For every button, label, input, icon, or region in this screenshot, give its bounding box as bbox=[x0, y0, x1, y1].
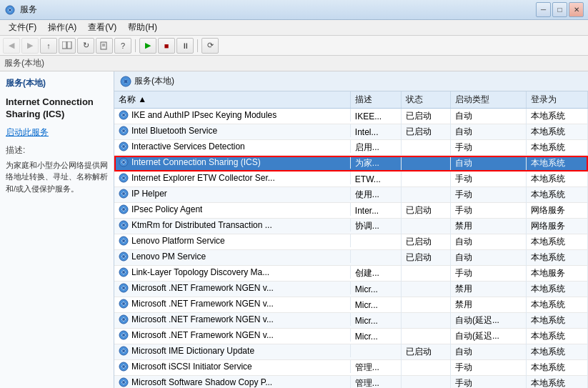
svg-point-10 bbox=[122, 114, 125, 116]
services-icon bbox=[120, 76, 131, 87]
service-icon bbox=[119, 362, 129, 372]
selected-service-name: Internet Connection Sharing (ICS) bbox=[6, 96, 108, 121]
pause-button[interactable]: ⏸ bbox=[176, 38, 194, 54]
play-button[interactable]: ▶ bbox=[139, 38, 156, 54]
svg-point-44 bbox=[122, 381, 125, 384]
table-row[interactable]: Microsoft iSCSI Initiator Service管理...手动… bbox=[114, 360, 588, 376]
service-icon bbox=[119, 283, 129, 293]
export-button[interactable] bbox=[96, 38, 113, 54]
table-row[interactable]: IP Helper使用...手动本地系统 bbox=[114, 187, 588, 203]
service-icon bbox=[119, 299, 129, 309]
col-status[interactable]: 状态 bbox=[401, 91, 450, 109]
service-desc-cell: IKEE... bbox=[351, 109, 401, 124]
svg-point-16 bbox=[122, 161, 125, 164]
service-desc-cell: 使用... bbox=[351, 187, 401, 203]
service-table[interactable]: 名称 ▲ 描述 状态 启动类型 登录为 IKE and AuthIP IPsec… bbox=[114, 91, 588, 388]
show-tree-button[interactable] bbox=[59, 38, 76, 54]
service-startup-cell: 自动 bbox=[450, 156, 526, 171]
refresh-button[interactable]: ↻ bbox=[77, 38, 94, 54]
table-row[interactable]: Microsoft .NET Framework NGEN v...Micr..… bbox=[114, 329, 588, 344]
svg-point-34 bbox=[122, 302, 125, 305]
service-desc-cell: Inter... bbox=[351, 203, 401, 219]
table-row[interactable]: Microsoft IME Dictionary Update已启动自动本地系统 bbox=[114, 344, 588, 360]
svg-point-20 bbox=[122, 192, 125, 195]
service-name-cell: Microsoft IME Dictionary Update bbox=[131, 346, 254, 356]
start-service-link[interactable]: 启动此服务 bbox=[6, 126, 108, 139]
table-header-row: 名称 ▲ 描述 状态 启动类型 登录为 bbox=[114, 91, 588, 109]
service-login-cell: 本地系统 bbox=[526, 124, 587, 140]
menu-help[interactable]: 帮助(H) bbox=[122, 20, 163, 35]
service-desc-cell: 管理... bbox=[351, 376, 401, 389]
table-row[interactable]: Lenovo Platform Service已启动自动本地系统 bbox=[114, 234, 588, 250]
service-startup-cell: 自动 bbox=[450, 124, 526, 140]
help-button[interactable]: ? bbox=[114, 38, 131, 54]
service-icon bbox=[119, 157, 129, 167]
restart-button[interactable]: ⟳ bbox=[201, 38, 219, 54]
service-icon bbox=[119, 330, 129, 340]
table-row[interactable]: Link-Layer Topology Discovery Ma...创建...… bbox=[114, 266, 588, 282]
svg-point-8 bbox=[124, 79, 128, 83]
table-row[interactable]: KtmRm for Distributed Transaction ...协调.… bbox=[114, 219, 588, 234]
maximize-button[interactable]: □ bbox=[552, 2, 567, 17]
service-startup-cell: 自动(延迟... bbox=[450, 329, 526, 344]
service-desc-cell: 创建... bbox=[351, 266, 401, 282]
stop-button[interactable]: ■ bbox=[158, 38, 175, 54]
col-name[interactable]: 名称 ▲ bbox=[114, 91, 351, 109]
title-bar: 服务 ─ □ ✕ bbox=[0, 0, 588, 20]
table-row[interactable]: IKE and AuthIP IPsec Keying ModulesIKEE.… bbox=[114, 109, 588, 124]
table-row[interactable]: Intel Bluetooth ServiceIntel...已启动自动本地系统 bbox=[114, 124, 588, 140]
table-row[interactable]: Interactive Services Detection启用...手动本地系… bbox=[114, 140, 588, 156]
service-name-cell: Microsoft .NET Framework NGEN v... bbox=[131, 299, 274, 309]
table-row[interactable]: Internet Explorer ETW Collector Ser...ET… bbox=[114, 171, 588, 187]
service-desc-cell: ETW... bbox=[351, 171, 401, 187]
service-name-cell: Microsoft iSCSI Initiator Service bbox=[131, 362, 252, 372]
table-row[interactable]: Microsoft .NET Framework NGEN v...Micr..… bbox=[114, 282, 588, 297]
back-button[interactable]: ◀ bbox=[3, 38, 20, 54]
menu-file[interactable]: 文件(F) bbox=[3, 20, 42, 35]
minimize-button[interactable]: ─ bbox=[536, 2, 551, 17]
service-name-cell: Microsoft .NET Framework NGEN v... bbox=[131, 330, 274, 340]
service-icon bbox=[119, 126, 129, 136]
table-row[interactable]: Lenovo PM Service已启动自动本地系统 bbox=[114, 250, 588, 266]
service-login-cell: 网络服务 bbox=[526, 203, 587, 219]
col-desc[interactable]: 描述 bbox=[351, 91, 401, 109]
service-status-cell: 已启动 bbox=[401, 203, 450, 219]
service-status-cell: 已启动 bbox=[401, 109, 450, 124]
service-status-cell bbox=[401, 360, 450, 376]
forward-button[interactable]: ▶ bbox=[21, 38, 39, 54]
service-startup-cell: 手动 bbox=[450, 376, 526, 389]
close-button[interactable]: ✕ bbox=[569, 2, 584, 17]
service-status-cell bbox=[401, 140, 450, 156]
service-startup-cell: 禁用 bbox=[450, 297, 526, 313]
table-row[interactable]: IPsec Policy AgentInter...已启动手动网络服务 bbox=[114, 203, 588, 219]
service-status-cell bbox=[401, 329, 450, 344]
up-button[interactable]: ↑ bbox=[40, 38, 57, 54]
service-status-cell bbox=[401, 376, 450, 389]
service-startup-cell: 禁用 bbox=[450, 219, 526, 234]
service-name-cell: Microsoft .NET Framework NGEN v... bbox=[131, 283, 274, 293]
service-status-cell bbox=[401, 313, 450, 329]
left-panel: 服务(本地) Internet Connection Sharing (ICS)… bbox=[0, 71, 114, 388]
svg-point-32 bbox=[122, 287, 125, 289]
service-status-cell: 已启动 bbox=[401, 344, 450, 360]
col-startup[interactable]: 启动类型 bbox=[450, 91, 526, 109]
service-startup-cell: 手动 bbox=[450, 203, 526, 219]
service-desc-cell bbox=[351, 234, 401, 250]
table-row[interactable]: Microsoft .NET Framework NGEN v...Micr..… bbox=[114, 297, 588, 313]
right-header: 服务(本地) bbox=[114, 71, 588, 91]
service-name-cell: Internet Connection Sharing (ICS) bbox=[131, 157, 261, 167]
table-row[interactable]: Microsoft .NET Framework NGEN v...Micr..… bbox=[114, 313, 588, 329]
menu-view[interactable]: 查看(V) bbox=[82, 20, 122, 35]
service-login-cell: 本地系统 bbox=[526, 344, 587, 360]
svg-point-40 bbox=[122, 349, 125, 352]
menu-action[interactable]: 操作(A) bbox=[42, 20, 82, 35]
service-icon bbox=[119, 173, 129, 183]
service-name-cell: Microsoft Software Shadow Copy P... bbox=[131, 377, 272, 387]
service-login-cell: 本地服务 bbox=[526, 266, 587, 282]
service-icon bbox=[119, 346, 129, 356]
service-startup-cell: 自动 bbox=[450, 109, 526, 124]
service-desc-cell: Micr... bbox=[351, 313, 401, 329]
col-login[interactable]: 登录为 bbox=[526, 91, 587, 109]
table-row[interactable]: Microsoft Software Shadow Copy P...管理...… bbox=[114, 376, 588, 389]
table-row[interactable]: Internet Connection Sharing (ICS)为家...自动… bbox=[114, 156, 588, 171]
